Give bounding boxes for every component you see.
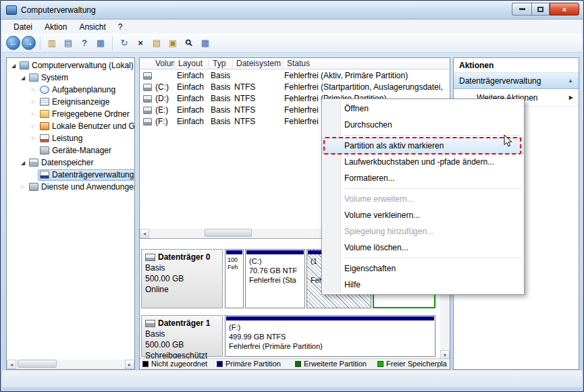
menu-item-durchsuchen[interactable]: Durchsuchen — [322, 117, 524, 133]
disk-drive-icon — [145, 320, 155, 327]
window-title: Computerverwaltung — [21, 5, 96, 15]
expand-icon[interactable]: ▷ — [30, 99, 38, 105]
menu-item-laufwerkbuchstaben-aendern[interactable]: Laufwerkbuchstaben und -pfade ändern... — [322, 154, 524, 170]
scroll-left-icon[interactable]: ◄ — [140, 229, 149, 238]
column-dateisystem[interactable]: Dateisystem — [233, 58, 284, 69]
tree-item-leistung[interactable]: ▷ Leistung — [7, 132, 134, 144]
disk-drive-icon — [145, 254, 155, 261]
scroll-left-icon[interactable]: ◄ — [7, 360, 16, 369]
performance-icon — [40, 134, 49, 142]
expand-icon[interactable]: ▷ — [30, 123, 38, 129]
find-icon[interactable]: ⚲ — [182, 36, 196, 51]
volume-icon — [143, 95, 152, 103]
tree-item-freigegebene-ordner[interactable]: ▷ Freigegebene Ordner — [7, 108, 134, 120]
column-status[interactable]: Status — [284, 58, 450, 69]
expand-icon[interactable]: ◢ — [19, 75, 27, 81]
menu-item-volume-verkleinern[interactable]: Volume verkleinern... — [322, 207, 524, 223]
tree-item-aufgabenplanung[interactable]: ▷ Aufgabenplanung — [7, 84, 134, 96]
partition-c[interactable]: (C:) 70.76 GB NTF Fehlerfrei (Sta — [245, 249, 305, 308]
menu-item-eigenschaften[interactable]: Eigenschaften — [322, 260, 524, 277]
delete-icon[interactable]: × — [133, 36, 148, 51]
partition-legend: Nicht zugeordnet Primäre Partition Erwei… — [140, 358, 450, 369]
disk-0-label[interactable]: Datenträger 0 Basis 500.00 GB Online — [141, 249, 223, 308]
help-icon[interactable]: ? — [77, 36, 92, 51]
tree-horizontal-scrollbar[interactable]: ◄ ► — [7, 360, 134, 369]
menu-item-volume-loeschen[interactable]: Volume löschen... — [322, 240, 524, 256]
expand-icon[interactable]: ▷ — [30, 111, 38, 117]
tree-item-lokale-benutzer[interactable]: ▷ Lokale Benutzer und Gru — [7, 120, 134, 132]
partition-system-reserved[interactable]: 100 Feh — [225, 249, 244, 308]
volume-row[interactable]: Einfach Basis Fehlerfrei (Aktiv, Primäre… — [140, 70, 450, 82]
disk-row-1: Datenträger 1 Basis 500.00 GB Schreibges… — [141, 315, 437, 357]
menu-item-hilfe[interactable]: Hilfe — [322, 277, 524, 293]
legend-item: Nicht zugeordnet — [142, 360, 207, 368]
open-icon[interactable]: ▣ — [165, 36, 180, 51]
export-list-icon[interactable]: ▤ — [61, 36, 76, 51]
volume-icon — [143, 72, 152, 80]
scroll-right-icon[interactable]: ► — [125, 360, 134, 369]
disk-management-icon — [40, 171, 49, 179]
column-volume[interactable]: Volume — [140, 58, 175, 69]
menu-ansicht[interactable]: Ansicht — [73, 21, 111, 33]
scrollbar-thumb[interactable] — [18, 360, 57, 368]
views-icon[interactable]: ▦ — [93, 36, 108, 51]
column-typ[interactable]: Typ — [209, 58, 233, 69]
menu-item-oeffnen[interactable]: Öffnen — [322, 101, 524, 117]
properties-icon[interactable]: ▤ — [149, 36, 164, 51]
maximize-icon — [537, 7, 543, 12]
expand-icon[interactable]: ▷ — [30, 87, 38, 92]
show-console-tree-icon[interactable]: ▥ — [45, 36, 59, 51]
mouse-cursor — [504, 134, 513, 150]
column-layout[interactable]: Layout — [175, 58, 209, 69]
partition-f[interactable]: (F:) 499.99 GB NTFS Fehlerfrei (Primäre … — [225, 315, 435, 357]
users-icon — [40, 122, 49, 130]
services-icon — [29, 183, 38, 191]
expand-icon[interactable]: ▷ — [19, 184, 27, 190]
menu-separator — [343, 258, 522, 258]
expand-icon[interactable]: ◢ — [9, 63, 18, 69]
tree-item-system[interactable]: ◢ System — [7, 72, 134, 84]
submenu-arrow-icon: ▶ — [569, 94, 573, 101]
tree-item-ereignisanzeige[interactable]: ▷ Ereignisanzeige — [7, 96, 134, 108]
computer-management-window: Computerverwaltung × Datei Aktion Ansich… — [0, 0, 584, 392]
primary-partition-stripe — [226, 316, 434, 320]
forward-icon[interactable]: → — [22, 36, 36, 50]
back-icon[interactable]: ← — [6, 36, 20, 50]
legend-item: Erweiterte Partition — [295, 360, 367, 368]
menu-hilfe[interactable]: ? — [112, 21, 129, 33]
chevron-up-icon[interactable]: ▲ — [568, 78, 573, 84]
menu-datei[interactable]: Datei — [7, 21, 38, 33]
titlebar[interactable]: Computerverwaltung × — [1, 1, 583, 20]
volume-list-header: Volume Layout Typ Dateisystem Status — [140, 58, 450, 69]
volume-row[interactable]: (C:) Einfach Basis NTFS Fehlerfrei (Star… — [140, 82, 450, 93]
shared-folders-icon — [40, 110, 49, 118]
minimize-icon — [519, 8, 525, 10]
computer-icon — [20, 61, 29, 69]
toolbar-separator — [40, 36, 41, 50]
maximize-button[interactable] — [531, 3, 550, 16]
refresh-icon[interactable]: ↻ — [117, 36, 132, 51]
menu-item-partition-als-aktiv-markieren[interactable]: Partition als aktiv markieren — [322, 138, 524, 154]
tree-item-dienste-und-anwendungen[interactable]: ▷ Dienste und Anwendungen — [7, 181, 134, 193]
toolbar: ← → ▥ ▤ ? ▦ ↻ × ▤ ▣ ⚲ ▦ — [2, 34, 582, 53]
filter-icon[interactable]: ▦ — [198, 36, 213, 51]
menu-separator — [343, 188, 522, 189]
minimize-button[interactable] — [512, 3, 531, 16]
toolbar-separator — [112, 36, 113, 50]
close-button[interactable]: × — [550, 3, 579, 16]
legend-swatch-free — [377, 361, 383, 367]
tree-item-datentraegerverwaltung[interactable]: Datenträgerverwaltung — [7, 169, 134, 181]
scrollbar-thumb[interactable] — [205, 229, 252, 237]
menu-item-formatieren[interactable]: Formatieren... — [322, 170, 524, 186]
expand-icon[interactable]: ▷ — [30, 136, 38, 141]
expand-icon[interactable]: ◢ — [19, 160, 27, 166]
tree-item-geraete-manager[interactable]: Geräte-Manager — [7, 144, 134, 157]
menu-separator — [343, 135, 522, 136]
legend-swatch-extended — [295, 361, 301, 367]
volume-icon — [143, 107, 152, 114]
tree-item-computerverwaltung[interactable]: ◢ Computerverwaltung (Lokal) — [7, 59, 134, 72]
disk-1-label[interactable]: Datenträger 1 Basis 500.00 GB Schreibges… — [141, 315, 223, 357]
tree-item-datenspeicher[interactable]: ◢ Datenspeicher — [7, 157, 134, 169]
actions-section-datentraegerverwaltung[interactable]: Datenträgerverwaltung ▲ — [454, 73, 579, 89]
menu-aktion[interactable]: Aktion — [38, 21, 73, 33]
